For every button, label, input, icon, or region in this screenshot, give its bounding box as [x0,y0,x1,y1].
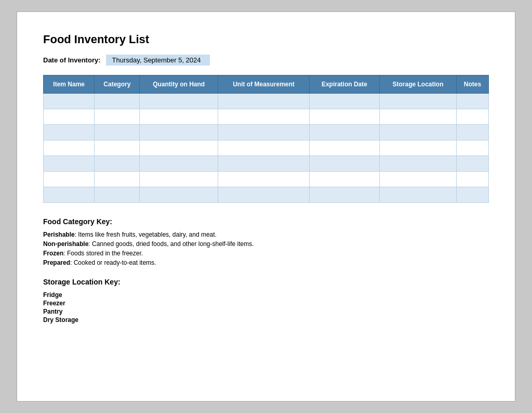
table-cell[interactable] [379,156,456,172]
table-row[interactable] [44,187,489,203]
col-header-item-name: Item Name [44,75,95,94]
table-cell[interactable] [457,125,489,140]
col-header-unit: Unit of Measurement [218,75,310,94]
col-header-notes: Notes [457,75,489,94]
table-cell[interactable] [379,140,456,156]
table-row[interactable] [44,156,489,172]
category-key-item: Prepared: Cooked or ready-to-eat items. [43,259,489,266]
table-cell[interactable] [457,94,489,109]
table-cell[interactable] [309,109,379,125]
table-cell[interactable] [95,109,140,125]
table-cell[interactable] [95,140,140,156]
table-row[interactable] [44,109,489,125]
food-category-key-title: Food Category Key: [43,217,489,226]
table-cell[interactable] [44,125,95,140]
table-cell[interactable] [309,94,379,109]
table-cell[interactable] [95,156,140,172]
table-cell[interactable] [140,125,218,140]
table-header-row: Item Name Category Quantity on Hand Unit… [44,75,489,94]
storage-location-key-section: Storage Location Key: FridgeFreezerPantr… [43,278,489,324]
table-cell[interactable] [44,140,95,156]
table-cell[interactable] [379,125,456,140]
inventory-table: Item Name Category Quantity on Hand Unit… [43,75,489,203]
table-cell[interactable] [140,187,218,203]
table-cell[interactable] [140,172,218,187]
table-cell[interactable] [457,187,489,203]
table-cell[interactable] [140,140,218,156]
table-cell[interactable] [309,125,379,140]
table-cell[interactable] [379,172,456,187]
table-cell[interactable] [457,172,489,187]
table-cell[interactable] [140,156,218,172]
storage-key-item: Dry Storage [43,316,489,324]
page-title: Food Inventory List [43,33,489,46]
table-cell[interactable] [218,172,310,187]
storage-key-item: Pantry [43,308,489,315]
table-row[interactable] [44,125,489,140]
table-cell[interactable] [218,125,310,140]
category-key-item: Frozen: Foods stored in the freezer. [43,250,489,257]
table-cell[interactable] [95,125,140,140]
table-cell[interactable] [309,140,379,156]
col-header-quantity: Quantity on Hand [140,75,218,94]
col-header-category: Category [95,75,140,94]
table-cell[interactable] [95,187,140,203]
table-cell[interactable] [379,187,456,203]
table-cell[interactable] [379,94,456,109]
table-cell[interactable] [44,156,95,172]
table-cell[interactable] [218,156,310,172]
storage-key-item: Fridge [43,291,489,299]
storage-key-item: Freezer [43,300,489,307]
table-cell[interactable] [44,187,95,203]
table-cell[interactable] [309,172,379,187]
table-cell[interactable] [379,109,456,125]
table-row[interactable] [44,172,489,187]
table-cell[interactable] [309,156,379,172]
table-cell[interactable] [44,109,95,125]
table-cell[interactable] [218,109,310,125]
table-cell[interactable] [140,109,218,125]
page-container: Food Inventory List Date of Inventory: T… [17,11,515,402]
food-category-key-section: Food Category Key: Perishable: Items lik… [43,217,489,266]
date-row: Date of Inventory: Thursday, September 5… [43,55,489,66]
col-header-expiration: Expiration Date [309,75,379,94]
category-key-item: Perishable: Items like fresh fruits, veg… [43,231,489,238]
table-cell[interactable] [218,94,310,109]
table-cell[interactable] [457,140,489,156]
table-row[interactable] [44,140,489,156]
table-cell[interactable] [457,156,489,172]
table-cell[interactable] [218,140,310,156]
col-header-storage: Storage Location [379,75,456,94]
table-cell[interactable] [95,94,140,109]
table-cell[interactable] [95,172,140,187]
storage-location-key-title: Storage Location Key: [43,278,489,286]
category-key-item: Non-perishable: Canned goods, dried food… [43,240,489,248]
table-cell[interactable] [218,187,310,203]
table-cell[interactable] [457,109,489,125]
table-cell[interactable] [309,187,379,203]
date-label: Date of Inventory: [43,56,101,64]
table-row[interactable] [44,94,489,109]
date-value: Thursday, September 5, 2024 [106,55,210,66]
table-cell[interactable] [140,94,218,109]
table-cell[interactable] [44,94,95,109]
table-cell[interactable] [44,172,95,187]
